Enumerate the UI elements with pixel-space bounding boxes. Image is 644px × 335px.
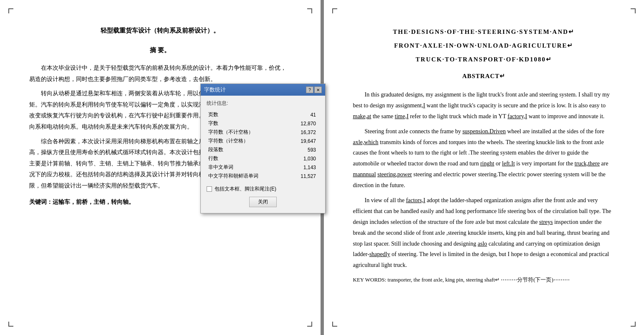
blank-lines	[29, 211, 291, 275]
en-para-2: Steering front axle connects the frame b…	[353, 126, 615, 191]
left-title: 轻型载重货车设计（转向系及前桥设计）。	[29, 25, 291, 36]
blank-line-6	[29, 256, 291, 266]
underline-7: ringht	[480, 160, 494, 167]
underline-4: factory,I	[508, 113, 527, 119]
underline-15: shapedly	[369, 251, 390, 257]
stats-value: 19,647	[288, 137, 319, 145]
stats-label: 中文字符和朝鲜语单词	[207, 172, 288, 180]
dialog-titlebar-buttons: ? ✕	[306, 86, 322, 93]
underline-2: make,at	[353, 113, 371, 119]
dialog-close-btn[interactable]: 关闭	[249, 197, 277, 207]
dialog-title: 字数统计	[204, 86, 226, 94]
stats-label: 非中文单词	[207, 163, 288, 172]
stats-label: 页数	[207, 110, 288, 119]
en-para-1: In this graduated designs, my assignment…	[353, 89, 615, 122]
stats-label: 段落数	[207, 145, 288, 154]
right-corner-mark-br	[631, 322, 636, 327]
stats-value: 16,372	[288, 128, 319, 137]
keywords-label: 关键词：	[29, 199, 53, 205]
dialog-section-label: 统计信息:	[207, 100, 319, 107]
word-count-dialog[interactable]: 字数统计 ? ✕ 统计信息: 页数41字数12,870字符数（不计空格）16,3…	[200, 84, 326, 213]
en-abstract-title: ABSTRACT↵	[353, 71, 615, 82]
en-title-line3: TRUCK·TO·TRANSPORT·OF·KD1080↵	[353, 53, 615, 66]
stats-table: 页数41字数12,870字符数（不计空格）16,372字符数（计空格）19,64…	[207, 110, 319, 180]
stats-row: 段落数593	[207, 145, 319, 154]
corner-mark-tr	[307, 8, 312, 13]
right-page: THE·DESIGNS·OF·THE·STEERING·SYSTEM·AND↵ …	[324, 0, 644, 335]
right-corner-mark-tl	[332, 8, 337, 13]
stats-value: 41	[288, 110, 319, 119]
stats-row: 非中文单词1,143	[207, 163, 319, 172]
dialog-titlebar: 字数统计 ? ✕	[201, 84, 325, 96]
blank-line-4	[29, 238, 291, 247]
left-abstract-title: 摘 要。	[29, 45, 291, 56]
dialog-checkbox-row: 包括文本框、脚注和尾注(E)	[207, 185, 319, 193]
corner-mark-tl	[8, 8, 13, 13]
blank-line-7	[29, 266, 291, 275]
stats-value: 1,143	[288, 163, 319, 172]
en-keywords: KEY WORDS: transporter, the front axle, …	[353, 275, 615, 284]
right-corner-mark-bl	[332, 322, 337, 327]
corner-mark-br	[307, 322, 312, 327]
underline-3: time,I	[395, 113, 409, 119]
stats-label: 行数	[207, 154, 288, 163]
blank-line-2	[29, 220, 291, 229]
stats-label: 字符数（计空格）	[207, 137, 288, 145]
stats-label: 字符数（不计空格）	[207, 128, 288, 137]
underline-11: steering,power	[377, 171, 412, 178]
en-title: THE·DESIGNS·OF·THE·STEERING·SYSTEM·AND↵ …	[353, 25, 615, 66]
dialog-close-button-x[interactable]: ✕	[314, 86, 322, 93]
stats-value: 593	[288, 145, 319, 154]
en-title-line2: FRONT·AXLE·IN·OWN·UNLOAD·AGRICULTURE↵	[353, 39, 615, 53]
underline-10: mannnual	[353, 171, 376, 178]
blank-line-5	[29, 247, 291, 256]
stats-value: 1,030	[288, 154, 319, 163]
en-title-line1: THE·DESIGNS·OF·THE·STEERING·SYSTEM·AND↵	[353, 25, 615, 39]
underline-14: aslo	[478, 241, 487, 247]
underline-12: factors,I	[406, 197, 425, 203]
stats-label: 字数	[207, 119, 288, 128]
en-para-3: In view of all the factors,I adopt the l…	[353, 195, 615, 271]
stats-row: 页数41	[207, 110, 319, 119]
blank-line-3	[29, 229, 291, 238]
underline-13: streys	[539, 219, 553, 225]
underline-1: I	[423, 102, 425, 109]
stats-row: 中文字符和朝鲜语单词11,527	[207, 172, 319, 180]
dialog-checkbox-label: 包括文本框、脚注和尾注(E)	[215, 185, 276, 193]
right-corner-mark-tr	[631, 8, 636, 13]
left-para-1: 在本次毕业设计中，是关于轻型载货汽车的前桥及转向系统的设计。本着力争性能可靠，价…	[29, 63, 291, 85]
dialog-checkbox[interactable]	[207, 186, 212, 192]
stats-value: 11,527	[288, 172, 319, 180]
stats-row: 字数12,870	[207, 119, 319, 128]
dialog-help-button[interactable]: ?	[306, 86, 313, 93]
underline-5: suspension.Driven	[462, 128, 506, 135]
underline-6: axle,which	[353, 139, 379, 145]
stats-row: 行数1,030	[207, 154, 319, 163]
dialog-body: 统计信息: 页数41字数12,870字符数（不计空格）16,372字符数（计空格…	[201, 96, 325, 213]
underline-9: truck,there	[575, 160, 600, 167]
stats-row: 字符数（不计空格）16,372	[207, 128, 319, 137]
stats-value: 12,870	[288, 119, 319, 128]
underline-8: left.It	[502, 160, 515, 167]
stats-row: 字符数（计空格）19,647	[207, 137, 319, 145]
corner-mark-bl	[8, 322, 13, 327]
document-area: 轻型载重货车设计（转向系及前桥设计）。 摘 要。 在本次毕业设计中，是关于轻型载…	[0, 0, 644, 335]
keywords-text: 运输车，前桥，主销，转向轴。	[53, 199, 134, 205]
